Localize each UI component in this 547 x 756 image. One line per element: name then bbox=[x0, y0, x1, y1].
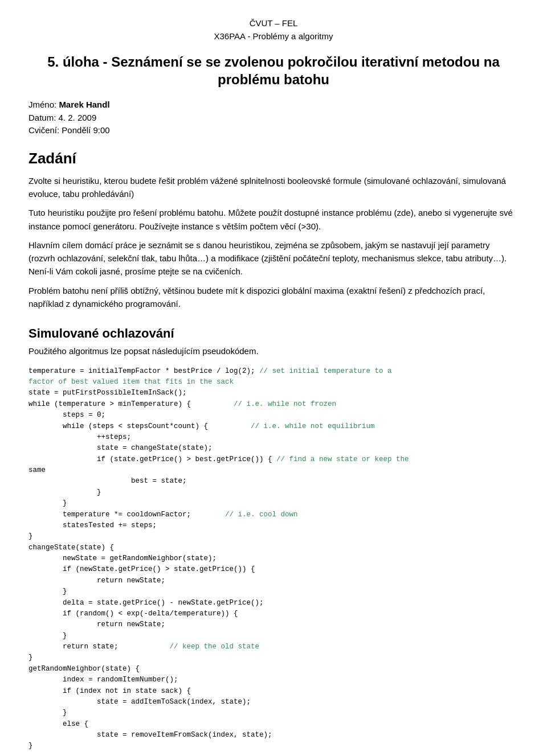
code-line8: state = changeState(state); bbox=[28, 444, 213, 452]
meta-jmeno: Jméno: Marek Handl bbox=[28, 98, 519, 112]
zadani-p4: Problém batohu není příliš obtížný, větš… bbox=[28, 284, 519, 311]
code-line12: } bbox=[28, 488, 101, 496]
code-line21: } bbox=[28, 587, 67, 595]
header-line2: X36PAA - Problémy a algoritmy bbox=[28, 30, 519, 43]
code-line35: } bbox=[28, 742, 33, 750]
code-line9: if (state.getPrice() > best.getPrice()) … bbox=[28, 455, 409, 474]
code-line26: return state; // keep the old state bbox=[28, 643, 259, 651]
code-line27: } bbox=[28, 654, 33, 662]
code-line3: state = putFirstPossibleItemInSack(); bbox=[28, 389, 187, 397]
code-line1: temperature = initialTempFactor * bestPr… bbox=[28, 367, 392, 386]
code-line22: delta = state.getPrice() - newState.getP… bbox=[28, 599, 264, 607]
zadani-heading: Zadání bbox=[28, 147, 519, 170]
code-line30: if (index not in state sack) { bbox=[28, 687, 191, 695]
code-line19: if (newState.getPrice() > state.getPrice… bbox=[28, 565, 255, 573]
code-line24: return newState; bbox=[28, 621, 165, 628]
cviceni-value: Pondělí 9:00 bbox=[62, 125, 109, 135]
code-line16: } bbox=[28, 532, 33, 540]
simul-intro: Použitého algoritmus lze popsat následuj… bbox=[28, 345, 519, 358]
code-line15: statesTested += steps; bbox=[28, 521, 157, 529]
code-line18: newState = getRandomNeighbor(state); bbox=[28, 554, 217, 562]
datum-value: 4. 2. 2009 bbox=[59, 113, 97, 122]
code-line31: state = addItemToSack(index, state); bbox=[28, 698, 251, 706]
code-line25: } bbox=[28, 632, 67, 640]
meta-cviceni: Cvičení: Pondělí 9:00 bbox=[28, 124, 519, 137]
meta-datum: Datum: 4. 2. 2009 bbox=[28, 112, 519, 125]
cviceni-label: Cvičení: bbox=[28, 125, 59, 135]
code-line20: return newState; bbox=[28, 577, 165, 585]
code-line23: if (random() < exp(-delta/temperature)) … bbox=[28, 610, 238, 618]
code-line7: ++steps; bbox=[28, 433, 131, 441]
page-header: ČVUT – FEL X36PAA - Problémy a algoritmy bbox=[28, 17, 519, 43]
meta-info: Jméno: Marek Handl Datum: 4. 2. 2009 Cvi… bbox=[28, 98, 519, 137]
code-line33: else { bbox=[28, 720, 88, 728]
code-line11: best = state; bbox=[28, 477, 187, 485]
jmeno-value: Marek Handl bbox=[59, 100, 109, 109]
header-line1: ČVUT – FEL bbox=[28, 17, 519, 30]
zadani-p2: Tuto heuristiku použijte pro řešení prob… bbox=[28, 206, 519, 233]
code-line34: state = removeItemFromSack(index, state)… bbox=[28, 731, 272, 739]
zadani-p3: Hlavním cílem domácí práce je seznámit s… bbox=[28, 239, 519, 278]
jmeno-label: Jméno: bbox=[28, 100, 56, 109]
code-line4: while (temperature > minTemperature) { /… bbox=[28, 400, 336, 408]
code-line29: index = randomItemNumber(); bbox=[28, 676, 178, 684]
zadani-p1: Zvolte si heuristiku, kterou budete řeši… bbox=[28, 174, 519, 201]
code-block: temperature = initialTempFactor * bestPr… bbox=[28, 366, 519, 752]
code-line5: steps = 0; bbox=[28, 411, 105, 419]
code-line32: } bbox=[28, 709, 67, 717]
code-line28: getRandomNeighbor(state) { bbox=[28, 665, 140, 673]
simul-heading: Simulované ochlazování bbox=[28, 324, 519, 343]
code-line17: changeState(state) { bbox=[28, 544, 114, 552]
code-line14: temperature *= cooldownFactor; // i.e. c… bbox=[28, 511, 298, 519]
main-title: 5. úloha - Seznámení se se zvolenou pokr… bbox=[28, 53, 519, 88]
code-line6: while (steps < stepsCount*count) { // i.… bbox=[28, 422, 375, 430]
datum-label: Datum: bbox=[28, 113, 56, 122]
code-line13: } bbox=[28, 499, 67, 507]
simulated-section: Simulované ochlazování Použitého algorit… bbox=[28, 324, 519, 752]
zadani-section: Zadání Zvolte si heuristiku, kterou bude… bbox=[28, 147, 519, 310]
